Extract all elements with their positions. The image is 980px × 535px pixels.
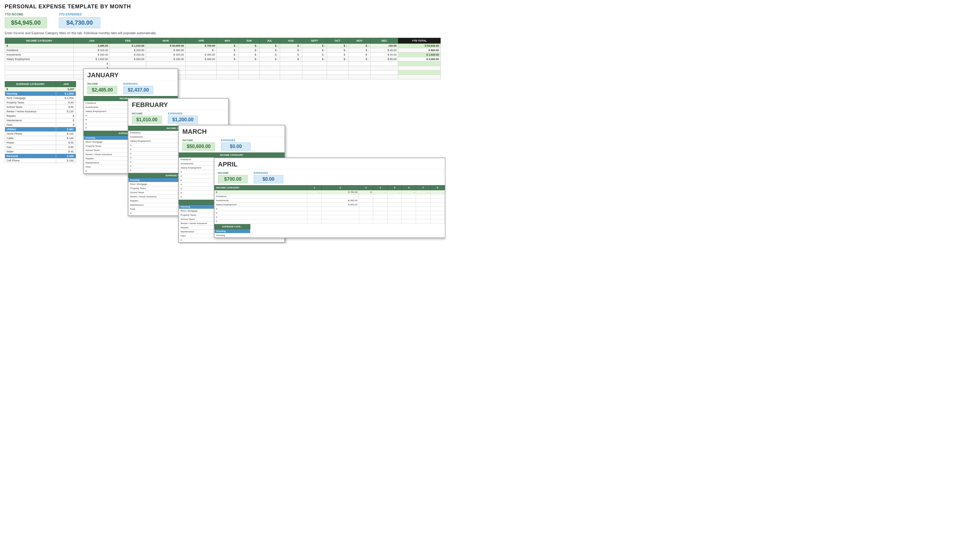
table-row: $ <box>5 62 441 66</box>
col-header-jul: JUL <box>259 38 280 44</box>
apr-income-value: $700.00 <box>218 175 248 184</box>
feb-expense-block: EXPENSES $1,200.00 <box>168 112 198 124</box>
jan-income-block: INCOME $2,485.00 <box>87 82 117 94</box>
ytd-income-block: YTD INCOME $54,945.00 <box>5 13 47 28</box>
apr-expense-col: EXPENSE CATE... <box>215 224 250 229</box>
col-header-dec: DEC <box>370 38 398 44</box>
expense-category-personal: Personal $ 425. <box>5 154 76 158</box>
row-name-investments: Investments <box>5 53 74 57</box>
income-table: INCOME CATEGORY JAN FEB MAR APR MAY JUN … <box>5 38 441 79</box>
row-property-taxes: Property Taxes <box>5 101 56 105</box>
col-header-feb: FEB <box>110 38 146 44</box>
total-label: $ <box>5 44 74 48</box>
february-summary: INCOME $1,010.00 EXPENSES $1,200.00 <box>128 110 228 126</box>
table-row: Fees $ <box>5 123 76 127</box>
feb-income-value: $1,010.00 <box>132 116 162 124</box>
total-jul: $ - <box>259 44 280 48</box>
apr-expense-value: $0.00 <box>254 175 283 184</box>
total-mar: $ 50,600.00 <box>146 44 186 48</box>
total-oct: $ - <box>327 44 348 48</box>
row-fees: Fees <box>5 123 56 127</box>
expense-table: EXPENSE CATEGORY JAN $ 2,437 Housing $ 1… <box>5 81 76 163</box>
table-row: Property Taxes $ 90. <box>5 101 76 105</box>
table-row: Freelance $ 315.00 $ 200.00 $ 300.00 $ -… <box>5 48 441 53</box>
ytd-income-label: YTD INCOME <box>5 13 47 16</box>
row-gas: Gas <box>5 145 56 150</box>
list-item: Investments $ 300.00 <box>215 198 445 203</box>
table-row: Water $ 45. <box>5 150 76 154</box>
mar-expense-value: $0.00 <box>221 142 251 151</box>
apr-expense-block: EXPENSES $0.00 <box>254 171 283 184</box>
table-row: Investments $ 250.00 $ 250.00 $ 200.00 $… <box>5 53 441 57</box>
expense-total-row: $ 2,437 <box>5 87 76 91</box>
col-header-jun: JUN <box>239 38 259 44</box>
apr-col-8: 8 <box>430 185 445 190</box>
table-row: Salary Employment $ 1,920.00 $ 560.00 $ … <box>5 57 441 62</box>
list-item: 0 <box>215 207 445 211</box>
mar-expense-block: EXPENSES $0.00 <box>221 139 251 151</box>
table-row: Cable $ 145. <box>5 136 76 141</box>
jan-income-value: $2,485.00 <box>87 86 117 94</box>
april-window: APRIL INCOME $700.00 EXPENSES $0.00 INCO… <box>214 158 445 238</box>
jan-income-label: INCOME <box>87 82 117 85</box>
mar-income-block: INCOME $50,600.00 <box>182 139 215 151</box>
ytd-income-value: $54,945.00 <box>5 17 47 28</box>
total-may: $ - <box>217 44 239 48</box>
total-jun: $ - <box>239 44 259 48</box>
col-header-jan: JAN <box>74 38 110 44</box>
jan-expense-block: EXPENSES $2,437.00 <box>123 82 153 94</box>
table-row: Rent / Mortgage $ 1,200. <box>5 96 76 101</box>
apr-col-category: INCOME CATEGORY <box>215 185 307 190</box>
mar-expense-label: EXPENSES <box>221 139 251 142</box>
list-item: Housing <box>215 229 250 233</box>
table-row: $ <box>5 66 441 70</box>
table-row: School Taxes $ 90. <box>5 105 76 109</box>
mar-income-col: INCOME CATEGORY <box>179 153 285 158</box>
row-repairs: Repairs <box>5 114 56 118</box>
expense-category-utilities: Utilities $ 487. <box>5 127 76 132</box>
list-item: 0 <box>179 238 285 242</box>
col-header-category: INCOME CATEGORY <box>5 38 74 44</box>
ytd-row: YTD INCOME $54,945.00 YTD EXPENSES $4,73… <box>5 13 441 28</box>
row-name-salary: Salary Employment <box>5 57 74 62</box>
page-title: PERSONAL EXPENSE TEMPLATE BY MONTH <box>5 3 441 10</box>
jan-expense-label: EXPENSES <box>123 82 153 85</box>
ytd-expenses-value: $4,730.00 <box>59 17 100 28</box>
total-aug: $ - <box>280 44 302 48</box>
list-item: Freelance <box>215 194 445 198</box>
col-header-ytd: YTD TOTAL <box>398 38 441 44</box>
table-row: $ <box>5 70 441 75</box>
col-header-nov: NOV <box>348 38 370 44</box>
expense-col-category: EXPENSE CATEGORY <box>5 81 56 87</box>
ytd-expenses-block: YTD EXPENSES $4,730.00 <box>59 13 100 28</box>
feb-expense-value: $1,200.00 <box>168 116 198 124</box>
apr-expense-mini-table: EXPENSE CATE... Housing Housing <box>215 224 250 238</box>
expense-category-housing: Housing $ 1,500. <box>5 91 76 96</box>
table-row: Maintenance $ <box>5 118 76 123</box>
feb-income-label: INCOME <box>132 112 162 115</box>
total-dec: 150.00 <box>370 44 398 48</box>
list-item: 0 <box>215 211 445 215</box>
ytd-expenses-label: YTD EXPENSES <box>59 13 100 16</box>
list-item: 0 <box>215 215 445 219</box>
jan-expense-value: $2,437.00 <box>123 86 153 94</box>
col-header-aug: AUG <box>280 38 302 44</box>
table-row: Renter / Home Insurance $ 120. <box>5 109 76 114</box>
expense-col-jan: JAN <box>56 81 76 87</box>
apr-col-3: 3 <box>359 185 373 190</box>
col-header-apr: APR <box>186 38 217 44</box>
list-item: Housing <box>215 233 250 238</box>
apr-col-4: 4 <box>373 185 387 190</box>
row-water: Water <box>5 150 56 154</box>
mar-income-label: INCOME <box>182 139 215 142</box>
feb-income-block: INCOME $1,010.00 <box>132 112 162 124</box>
apr-col-6: 6 <box>402 185 416 190</box>
list-item: $ - $ 700.00 $ - - - - - <box>215 190 445 194</box>
row-cable: Cable <box>5 136 56 141</box>
mar-income-value: $50,600.00 <box>182 142 215 151</box>
april-income-table: INCOME CATEGORY 1 2 3 4 5 6 7 8 $ - $ 70… <box>215 185 445 224</box>
col-header-sept: SEPT <box>302 38 327 44</box>
apr-col-1: 1 <box>307 185 321 190</box>
table-row: Cell Phone $ 150. <box>5 158 76 163</box>
january-summary: INCOME $2,485.00 EXPENSES $2,437.00 <box>84 81 178 96</box>
